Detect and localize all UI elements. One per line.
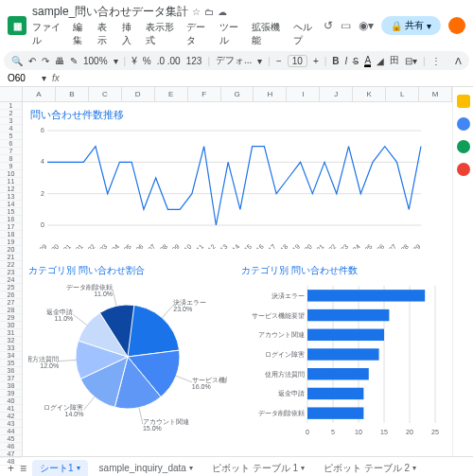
bar-chart[interactable]: 0510152025決済エラーサービス機能要望アカウント関連ログイン障害使用方法… [241, 281, 440, 437]
row-header[interactable]: 22 [0, 261, 22, 269]
menu-挿入[interactable]: 挿入 [122, 21, 139, 47]
row-header[interactable]: 32 [0, 337, 22, 344]
row-header[interactable]: 40 [0, 397, 22, 405]
row-header[interactable]: 29 [0, 314, 22, 322]
row-header[interactable]: 9 [0, 163, 22, 170]
document-title[interactable]: sample_問い合わせデータ集計 [32, 4, 188, 20]
side-keep-icon[interactable] [457, 117, 470, 131]
col-header[interactable]: L [386, 87, 419, 101]
row-header[interactable]: 12 [0, 185, 22, 193]
sheet-tab[interactable]: ピボット テーブル 2 ▾ [316, 460, 424, 477]
row-header[interactable]: 19 [0, 238, 22, 246]
side-maps-icon[interactable] [457, 163, 470, 176]
name-box[interactable] [8, 73, 36, 83]
row-header[interactable]: 43 [0, 420, 22, 428]
side-tasks-icon[interactable] [457, 140, 470, 153]
textcolor-btn[interactable]: A [364, 55, 371, 67]
row-header[interactable]: 10 [0, 170, 22, 178]
menu-ツール[interactable]: ツール [219, 21, 244, 47]
numfmt-btn[interactable]: 123 [186, 56, 202, 66]
row-header[interactable]: 1 [0, 102, 22, 110]
decimals-btn[interactable]: .0 .00 [157, 56, 181, 66]
font-select[interactable]: デフォ... [216, 54, 252, 67]
row-header[interactable]: 25 [0, 284, 22, 291]
row-header[interactable]: 21 [0, 254, 22, 261]
col-header[interactable]: C [89, 87, 122, 101]
share-button[interactable]: 🔒 共有 ▾ [381, 16, 441, 35]
col-header[interactable]: A [23, 87, 56, 101]
pie-chart[interactable]: 決済エラー23.0%サービス機能要望16.0%アカウント関連15.0%ログイン障… [28, 281, 227, 437]
col-header[interactable]: K [353, 87, 386, 101]
row-header[interactable]: 26 [0, 291, 22, 299]
print-icon[interactable]: 🖶 [55, 56, 64, 66]
strike-btn[interactable]: S̶ [353, 56, 359, 66]
fontsize-minus[interactable]: − [276, 56, 282, 66]
search-icon[interactable]: 🔍 [11, 56, 23, 66]
row-header[interactable]: 35 [0, 360, 22, 367]
row-header[interactable]: 30 [0, 322, 22, 329]
row-header[interactable]: 33 [0, 344, 22, 352]
row-header[interactable]: 46 [0, 443, 22, 450]
col-header[interactable]: D [122, 87, 155, 101]
line-chart[interactable]: 02462024/10/292024/10/302024/10/312024/1… [28, 126, 447, 258]
bold-btn[interactable]: B [332, 56, 339, 66]
row-header[interactable]: 16 [0, 216, 22, 223]
menu-表示[interactable]: 表示 [97, 21, 114, 47]
row-header[interactable]: 11 [0, 178, 22, 185]
menu-ファイル[interactable]: ファイル [32, 21, 65, 47]
row-header[interactable]: 36 [0, 367, 22, 375]
italic-btn[interactable]: I [345, 56, 348, 66]
row-header[interactable]: 15 [0, 208, 22, 216]
comments-icon[interactable]: ▭ [341, 19, 351, 32]
percent-btn[interactable]: % [143, 56, 151, 66]
row-header[interactable]: 38 [0, 382, 22, 390]
menu-ヘルプ[interactable]: ヘルプ [293, 21, 318, 47]
row-header[interactable]: 14 [0, 201, 22, 208]
row-header[interactable]: 34 [0, 352, 22, 360]
row-header[interactable]: 4 [0, 125, 22, 132]
row-header[interactable]: 23 [0, 269, 22, 276]
row-header[interactable]: 42 [0, 413, 22, 420]
merge-btn[interactable]: ⊟▾ [405, 56, 417, 66]
redo-icon[interactable]: ↷ [42, 56, 49, 66]
row-header[interactable]: 27 [0, 299, 22, 307]
collapse-icon[interactable]: ᐱ [455, 56, 462, 66]
col-header[interactable]: E [155, 87, 188, 101]
row-header[interactable]: 17 [0, 223, 22, 231]
folder-icon[interactable]: 🗀 [204, 7, 214, 17]
sheet-tab[interactable]: シート1 ▾ [32, 460, 88, 477]
row-header[interactable]: 6 [0, 140, 22, 148]
col-header[interactable]: B [56, 87, 89, 101]
zoom-select[interactable]: 100% [83, 56, 108, 66]
row-header[interactable]: 18 [0, 231, 22, 238]
fontsize[interactable]: 10 [288, 55, 307, 67]
fontsize-plus[interactable]: + [313, 56, 319, 66]
currency-btn[interactable]: ¥ [131, 56, 137, 66]
row-header[interactable]: 31 [0, 329, 22, 337]
sheet-tab[interactable]: ピボット テーブル 1 ▾ [204, 460, 312, 477]
menu-拡張機能[interactable]: 拡張機能 [252, 21, 285, 47]
col-header[interactable]: J [320, 87, 353, 101]
row-header[interactable]: 13 [0, 193, 22, 201]
col-header[interactable]: M [419, 87, 452, 101]
borders-btn[interactable]: 田 [390, 54, 399, 67]
paint-icon[interactable]: ✎ [70, 56, 78, 66]
row-header[interactable]: 48 [0, 458, 22, 466]
more-icon[interactable]: ⋮ [431, 56, 441, 66]
menu-データ[interactable]: データ [186, 21, 211, 47]
col-header[interactable]: H [254, 87, 287, 101]
history-icon[interactable]: ↺ [324, 19, 333, 32]
undo-icon[interactable]: ↶ [28, 56, 36, 66]
row-header[interactable]: 47 [0, 450, 22, 458]
fillcolor-btn[interactable]: ◢ [377, 56, 384, 66]
row-header[interactable]: 39 [0, 390, 22, 397]
row-header[interactable]: 7 [0, 148, 22, 155]
col-header[interactable]: F [188, 87, 221, 101]
col-header[interactable]: I [287, 87, 320, 101]
menu-編集[interactable]: 編集 [73, 21, 90, 47]
side-calendar-icon[interactable] [457, 95, 470, 108]
menu-表示形式[interactable]: 表示形式 [146, 21, 179, 47]
avatar[interactable] [448, 17, 465, 34]
row-header[interactable]: 3 [0, 117, 22, 125]
row-header[interactable]: 45 [0, 435, 22, 443]
